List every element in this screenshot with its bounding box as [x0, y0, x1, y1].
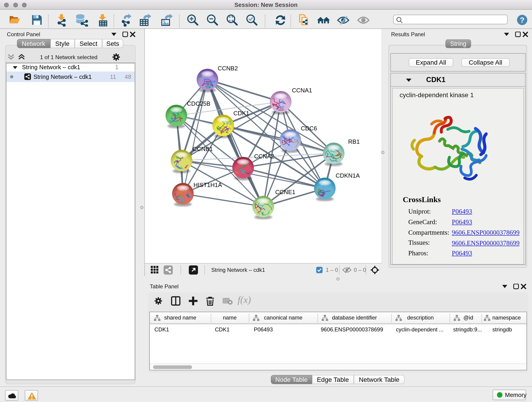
svg-text:HIST1H1A: HIST1H1A	[194, 182, 222, 188]
svg-text:CCNB2: CCNB2	[218, 65, 238, 72]
svg-text:RB1: RB1	[348, 138, 360, 145]
svg-text:CCNB1: CCNB1	[193, 146, 213, 153]
svg-text:?: ?	[520, 16, 524, 24]
svg-text:CCNE1: CCNE1	[275, 189, 295, 196]
svg-text:CDKN1A: CDKN1A	[336, 172, 360, 179]
svg-text:CDC25B: CDC25B	[187, 100, 210, 107]
svg-text:CCNA1: CCNA1	[292, 87, 312, 94]
svg-text:CCNA2: CCNA2	[254, 153, 274, 160]
svg-text:CDK1: CDK1	[234, 110, 249, 117]
svg-text:CDC6: CDC6	[301, 125, 317, 132]
